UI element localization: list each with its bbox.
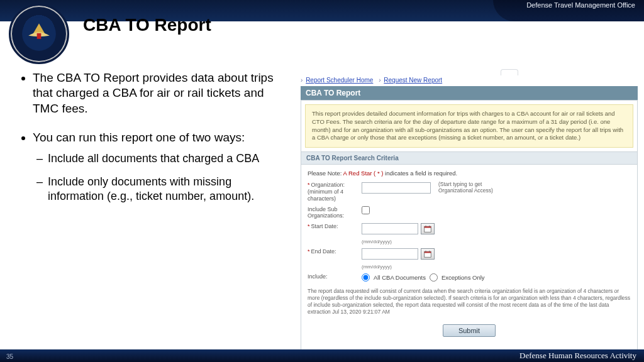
suborgs-label: Include Sub Organizations: [308,206,362,220]
start-date-row: *Start Date: (mm/dd/yyyy) [308,223,631,244]
calendar-icon [424,250,431,258]
org-hint: (Start typing to get Organizational Acce… [438,182,495,194]
chevron-icon: › [379,77,380,84]
panel-title: CBA TO Report [301,86,638,100]
chevron-icon: › [301,77,303,84]
note-suffix: indicates a field is required. [385,170,457,177]
bullet-2: You can run this report one of two ways:… [33,130,289,204]
end-date-row: *End Date: (mm/dd/yyyy) [308,248,631,270]
bullet-2-text: You can run this report one of two ways: [33,131,245,144]
org-label: Organization: (minimum of 4 characters) [308,182,345,202]
top-right-label: Defense Travel Management Office [526,1,635,9]
subbullet-2: Include only documents with missing info… [48,175,289,204]
svg-rect-7 [425,251,431,253]
bullet-1: The CBA TO Report provides data about tr… [33,70,289,116]
form-area: Please Note: A Red Star ( * ) indicates … [301,165,637,349]
breadcrumb-new-report[interactable]: Request New Report [384,77,442,84]
page-number: 35 [6,353,13,360]
decorative-notch [501,69,518,75]
info-box: This report provides detailed document i… [305,104,633,148]
include-row: Include: All CBA Documents Exceptions On… [308,273,631,282]
breadcrumb: › Report Scheduler Home › Request New Re… [301,77,638,84]
note-prefix: Please Note: [308,170,341,177]
report-screenshot: › Report Scheduler Home › Request New Re… [301,77,638,350]
svg-rect-1 [37,33,42,39]
breadcrumb-home[interactable]: Report Scheduler Home [306,77,373,84]
start-date-calendar-button[interactable] [421,223,435,234]
organization-input[interactable] [362,182,431,194]
include-label: Include: [308,273,362,280]
eagle-icon [21,16,57,52]
radio-exceptions-label: Exceptions Only [441,274,485,281]
slide-title: CBA TO Report [83,15,211,35]
end-date-calendar-button[interactable] [421,248,435,260]
footer-right-label: Defense Human Resources Activity [519,351,636,361]
dod-seal-logo [9,4,69,64]
search-criteria-head: CBA TO Report Search Criteria [301,151,637,165]
svg-rect-3 [425,226,431,228]
radio-all-label: All CBA Documents [374,274,426,281]
org-row: *Organization: (minimum of 4 characters)… [308,182,631,202]
red-star-text: A Red Star ( * ) [343,170,386,177]
submit-button[interactable]: Submit [443,324,496,337]
radio-exceptions[interactable] [430,273,438,282]
start-date-format: (mm/dd/yyyy) [362,239,392,244]
suborgs-row: Include Sub Organizations: [308,206,631,220]
start-date-input[interactable] [362,223,418,234]
panel: This report provides detailed document i… [301,100,638,350]
slide-body: The CBA TO Report provides data about tr… [19,70,289,217]
include-suborgs-checkbox[interactable] [362,206,370,214]
start-date-label: Start Date: [311,223,338,229]
subbullet-1: Include all documents that charged a CBA [48,151,289,166]
data-disclaimer: The report data requested will consist o… [308,288,631,315]
end-date-format: (mm/dd/yyyy) [362,264,392,270]
required-note: Please Note: A Red Star ( * ) indicates … [308,170,631,177]
end-date-label: End Date: [311,248,336,255]
calendar-icon [424,225,431,233]
radio-all-cba[interactable] [362,273,370,282]
end-date-input[interactable] [362,248,418,260]
